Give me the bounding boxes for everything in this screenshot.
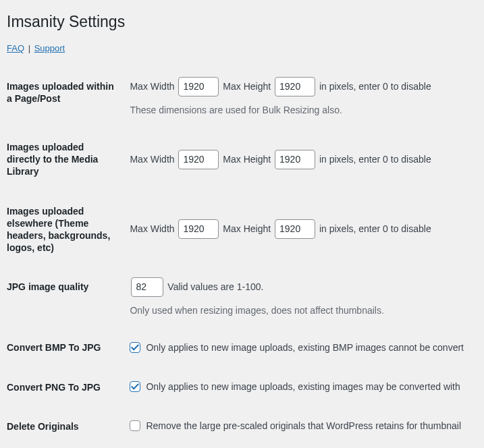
convert-png-text: Only applies to new image uploads, exist… (146, 380, 460, 394)
header-links: FAQ | Support (7, 43, 470, 53)
row-page-post: Images uploaded within a Page/Post Max W… (7, 67, 470, 128)
row-convert-bmp: Convert BMP To JPG Only applies to new i… (7, 328, 470, 367)
elsewhere-width-input[interactable] (178, 219, 219, 239)
convert-bmp-text: Only applies to new image uploads, exist… (146, 341, 464, 355)
label-media-library: Images uploaded directly to the Media Li… (7, 128, 123, 192)
pixels-hint: in pixels, enter 0 to disable (319, 223, 431, 234)
media-library-height-input[interactable] (275, 150, 315, 169)
max-width-label: Max Width (130, 223, 174, 234)
row-jpg-quality: JPG image quality Valid values are 1-100… (7, 267, 470, 328)
max-height-label: Max Height (223, 154, 271, 165)
jpg-quality-hint: Valid values are 1-100. (167, 281, 263, 292)
page-post-height-input[interactable] (275, 77, 315, 96)
elsewhere-height-input[interactable] (275, 219, 315, 239)
max-height-label: Max Height (223, 81, 271, 92)
row-media-library: Images uploaded directly to the Media Li… (7, 128, 470, 192)
label-page-post: Images uploaded within a Page/Post (7, 67, 123, 128)
link-separator: | (28, 43, 30, 53)
media-library-width-input[interactable] (178, 150, 219, 169)
label-convert-bmp: Convert BMP To JPG (7, 328, 123, 367)
max-width-label: Max Width (130, 154, 174, 165)
label-delete-originals: Delete Originals (7, 407, 123, 446)
label-jpg-quality: JPG image quality (7, 267, 123, 328)
page-title: Imsanity Settings (7, 7, 470, 34)
pixels-hint: in pixels, enter 0 to disable (319, 81, 431, 92)
jpg-quality-input[interactable] (131, 277, 163, 297)
max-height-label: Max Height (223, 223, 271, 234)
support-link[interactable]: Support (34, 43, 65, 53)
label-convert-png: Convert PNG To JPG (7, 368, 123, 407)
row-elsewhere: Images uploaded elsewhere (Theme headers… (7, 192, 470, 268)
faq-link[interactable]: FAQ (7, 43, 24, 53)
row-convert-png: Convert PNG To JPG Only applies to new i… (7, 368, 470, 407)
jpg-quality-description: Only used when resizing images, does not… (130, 304, 464, 318)
delete-originals-checkbox[interactable] (130, 420, 140, 431)
delete-originals-text: Remove the large pre-scaled originals th… (146, 419, 461, 433)
page-post-width-input[interactable] (178, 77, 219, 96)
convert-png-checkbox[interactable] (130, 381, 140, 392)
page-post-description: These dimensions are used for Bulk Resiz… (130, 103, 464, 117)
max-width-label: Max Width (130, 81, 174, 92)
pixels-hint: in pixels, enter 0 to disable (319, 154, 431, 165)
settings-table: Images uploaded within a Page/Post Max W… (7, 67, 470, 446)
label-elsewhere: Images uploaded elsewhere (Theme headers… (7, 192, 123, 268)
row-delete-originals: Delete Originals Remove the large pre-sc… (7, 407, 470, 446)
convert-bmp-checkbox[interactable] (130, 342, 140, 353)
